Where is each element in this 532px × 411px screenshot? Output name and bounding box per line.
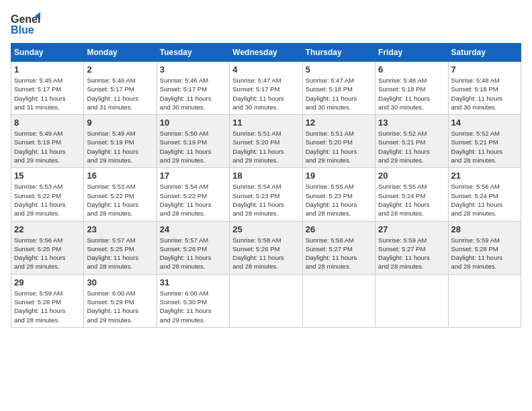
day-info: Sunrise: 5:53 AM Sunset: 5:22 PM Dayligh… xyxy=(14,182,81,218)
day-number: 29 xyxy=(14,277,81,287)
svg-text:Blue: Blue xyxy=(11,24,34,36)
daylight-minutes: and 28 minutes. xyxy=(14,316,60,324)
calendar-cell: 18 Sunrise: 5:54 AM Sunset: 5:23 PM Dayl… xyxy=(230,168,302,221)
daylight-label: Daylight: 11 hours xyxy=(160,148,212,155)
sunset-label: Sunset: 5:22 PM xyxy=(14,192,61,199)
day-number: 10 xyxy=(160,118,226,128)
logo-icon: General Blue xyxy=(11,11,40,36)
daylight-label: Daylight: 11 hours xyxy=(232,148,284,155)
day-number: 12 xyxy=(306,118,372,128)
daylight-minutes: and 28 minutes. xyxy=(232,263,278,270)
day-number: 4 xyxy=(232,64,299,75)
sunset-label: Sunset: 5:17 PM xyxy=(14,85,61,93)
calendar-cell: 24 Sunrise: 5:57 AM Sunset: 5:26 PM Dayl… xyxy=(157,221,229,274)
sunset-label: Sunset: 5:17 PM xyxy=(87,85,134,93)
daylight-label: Daylight: 11 hours xyxy=(14,148,66,155)
day-info: Sunrise: 6:00 AM Sunset: 5:30 PM Dayligh… xyxy=(160,289,226,324)
day-number: 31 xyxy=(160,277,226,287)
calendar-cell: 26 Sunrise: 5:58 AM Sunset: 5:27 PM Dayl… xyxy=(302,221,375,274)
sunrise-label: Sunrise: 5:59 AM xyxy=(378,236,427,244)
daylight-minutes: and 28 minutes. xyxy=(451,156,497,164)
daylight-label: Daylight: 11 hours xyxy=(451,95,503,102)
sunrise-label: Sunrise: 5:56 AM xyxy=(14,236,62,244)
daylight-label: Daylight: 11 hours xyxy=(232,254,284,261)
sunrise-label: Sunrise: 5:53 AM xyxy=(87,183,135,190)
sunset-label: Sunset: 5:18 PM xyxy=(306,85,353,93)
daylight-label: Daylight: 11 hours xyxy=(87,148,138,155)
daylight-label: Daylight: 11 hours xyxy=(87,201,138,208)
calendar-table: SundayMondayTuesdayWednesdayThursdayFrid… xyxy=(11,43,521,328)
calendar-cell: 7 Sunrise: 5:48 AM Sunset: 5:18 PM Dayli… xyxy=(448,62,521,115)
day-number: 18 xyxy=(232,171,299,181)
calendar-cell xyxy=(230,274,302,327)
daylight-minutes: and 30 minutes. xyxy=(378,103,424,111)
day-info: Sunrise: 5:58 AM Sunset: 5:26 PM Dayligh… xyxy=(232,236,299,271)
daylight-minutes: and 28 minutes. xyxy=(14,263,60,270)
sunset-label: Sunset: 5:28 PM xyxy=(451,245,498,253)
daylight-minutes: and 29 minutes. xyxy=(160,316,206,324)
day-info: Sunrise: 5:46 AM Sunset: 5:17 PM Dayligh… xyxy=(87,76,153,111)
calendar-cell: 19 Sunrise: 5:55 AM Sunset: 5:23 PM Dayl… xyxy=(302,168,375,221)
day-info: Sunrise: 5:50 AM Sunset: 5:19 PM Dayligh… xyxy=(160,129,226,165)
daylight-minutes: and 28 minutes. xyxy=(306,263,351,270)
daylight-minutes: and 28 minutes. xyxy=(160,210,206,217)
day-number: 22 xyxy=(14,224,81,234)
day-header-friday: Friday xyxy=(375,44,448,62)
sunrise-label: Sunrise: 5:50 AM xyxy=(160,130,208,137)
calendar-cell: 2 Sunrise: 5:46 AM Sunset: 5:17 PM Dayli… xyxy=(84,62,157,115)
sunrise-label: Sunrise: 5:59 AM xyxy=(14,289,62,297)
sunrise-label: Sunrise: 5:48 AM xyxy=(378,77,427,84)
day-info: Sunrise: 5:52 AM Sunset: 5:21 PM Dayligh… xyxy=(378,129,445,165)
daylight-label: Daylight: 11 hours xyxy=(87,95,138,102)
calendar-cell: 17 Sunrise: 5:54 AM Sunset: 5:22 PM Dayl… xyxy=(157,168,229,221)
day-info: Sunrise: 5:51 AM Sunset: 5:20 PM Dayligh… xyxy=(232,129,299,165)
calendar-cell: 29 Sunrise: 5:59 AM Sunset: 5:28 PM Dayl… xyxy=(11,274,84,327)
daylight-minutes: and 28 minutes. xyxy=(378,210,424,217)
day-info: Sunrise: 5:58 AM Sunset: 5:27 PM Dayligh… xyxy=(306,236,372,271)
daylight-minutes: and 28 minutes. xyxy=(87,263,132,270)
sunrise-label: Sunrise: 5:47 AM xyxy=(306,77,354,84)
calendar-cell: 23 Sunrise: 5:57 AM Sunset: 5:25 PM Dayl… xyxy=(84,221,157,274)
day-number: 16 xyxy=(87,171,153,181)
daylight-label: Daylight: 11 hours xyxy=(232,95,284,102)
daylight-minutes: and 30 minutes. xyxy=(232,103,278,111)
sunset-label: Sunset: 5:28 PM xyxy=(14,298,61,306)
day-info: Sunrise: 6:00 AM Sunset: 5:29 PM Dayligh… xyxy=(87,289,153,324)
sunrise-label: Sunrise: 5:51 AM xyxy=(232,130,281,137)
calendar-header-row: SundayMondayTuesdayWednesdayThursdayFrid… xyxy=(11,44,521,62)
day-number: 1 xyxy=(14,64,81,75)
day-number: 13 xyxy=(378,118,445,128)
sunrise-label: Sunrise: 5:46 AM xyxy=(160,77,208,84)
daylight-label: Daylight: 11 hours xyxy=(14,201,66,208)
day-info: Sunrise: 5:57 AM Sunset: 5:26 PM Dayligh… xyxy=(160,236,226,271)
sunrise-label: Sunrise: 5:58 AM xyxy=(232,236,281,244)
daylight-minutes: and 28 minutes. xyxy=(160,263,206,270)
calendar-cell: 1 Sunrise: 5:45 AM Sunset: 5:17 PM Dayli… xyxy=(11,62,84,115)
sunrise-label: Sunrise: 5:55 AM xyxy=(306,183,354,190)
sunrise-label: Sunrise: 5:52 AM xyxy=(378,130,427,137)
daylight-minutes: and 28 minutes. xyxy=(306,210,351,217)
day-number: 27 xyxy=(378,224,445,234)
day-number: 24 xyxy=(160,224,226,234)
daylight-label: Daylight: 11 hours xyxy=(378,201,430,208)
day-number: 20 xyxy=(378,171,445,181)
daylight-minutes: and 28 minutes. xyxy=(87,210,132,217)
logo: General Blue xyxy=(11,11,40,36)
sunset-label: Sunset: 5:19 PM xyxy=(87,138,134,146)
sunset-label: Sunset: 5:26 PM xyxy=(160,245,207,253)
day-header-wednesday: Wednesday xyxy=(230,44,302,62)
sunrise-label: Sunrise: 6:00 AM xyxy=(160,289,208,297)
day-number: 23 xyxy=(87,224,153,234)
daylight-label: Daylight: 11 hours xyxy=(306,148,357,155)
header: General Blue xyxy=(11,11,521,36)
calendar-cell: 12 Sunrise: 5:51 AM Sunset: 5:20 PM Dayl… xyxy=(302,115,375,168)
day-number: 11 xyxy=(232,118,299,128)
sunrise-label: Sunrise: 5:53 AM xyxy=(14,183,62,190)
sunrise-label: Sunrise: 5:45 AM xyxy=(14,77,62,84)
day-info: Sunrise: 5:53 AM Sunset: 5:22 PM Dayligh… xyxy=(87,182,153,218)
daylight-label: Daylight: 11 hours xyxy=(451,148,503,155)
sunset-label: Sunset: 5:24 PM xyxy=(378,192,425,199)
day-info: Sunrise: 5:48 AM Sunset: 5:18 PM Dayligh… xyxy=(451,76,518,111)
day-info: Sunrise: 5:48 AM Sunset: 5:18 PM Dayligh… xyxy=(378,76,445,111)
daylight-label: Daylight: 11 hours xyxy=(451,201,503,208)
